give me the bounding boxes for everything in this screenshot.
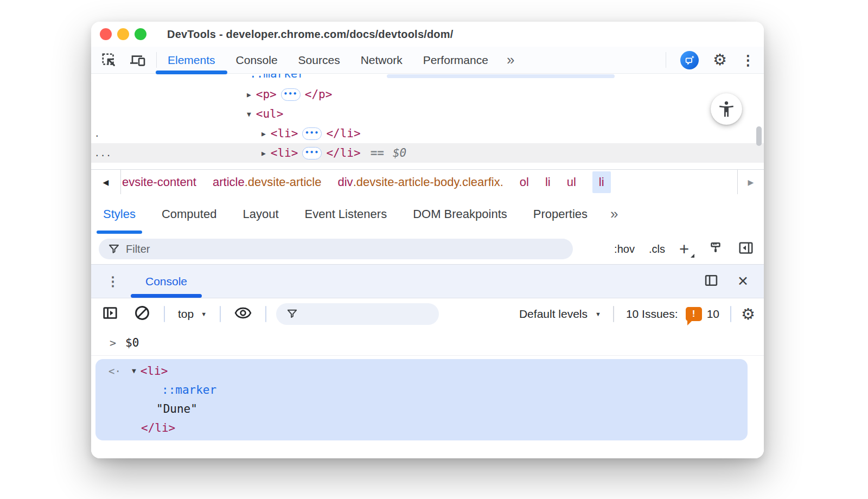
console-result-block[interactable]: <· ▼ <li> ::marker "Dune" </li> <box>95 359 748 440</box>
result-tag-close: </li> <box>141 421 175 434</box>
drawer-header-controls: ✕ <box>704 265 749 298</box>
result-expander-icon[interactable]: ▼ <box>132 367 136 375</box>
toggle-element-state-button[interactable]: :hov <box>614 243 635 255</box>
show-console-sidebar-icon[interactable] <box>102 305 118 323</box>
console-filter-input[interactable] <box>276 303 439 325</box>
breadcrumb-item-article[interactable]: article.devsite-article <box>213 175 322 189</box>
tab-console[interactable]: Console <box>236 47 278 73</box>
window-titlebar: DevTools - developer.chrome.com/docs/dev… <box>91 22 764 47</box>
more-styles-tabs-icon[interactable]: » <box>610 194 617 234</box>
device-toolbar-icon[interactable] <box>129 47 146 73</box>
expand-arrow-icon[interactable]: ▶ <box>247 91 251 99</box>
panel-left-arrow-icon-svg <box>738 240 754 256</box>
dom-row-ul[interactable]: ▼ <ul> <box>91 104 764 124</box>
window-zoom-button[interactable] <box>135 28 146 40</box>
issues-badge-count[interactable]: 10 <box>707 308 719 321</box>
toolbar-separator <box>613 306 614 322</box>
inline-ellipsis-icon[interactable]: ••• <box>302 147 322 159</box>
elements-scrollbar-thumb[interactable] <box>756 126 762 146</box>
expand-arrow-icon[interactable]: ▶ <box>261 149 266 157</box>
breadcrumb-item-ol[interactable]: ol <box>520 175 529 189</box>
breadcrumb-item-div[interactable]: div.devsite-article-body.clearfix. <box>338 175 503 189</box>
eye-icon-svg <box>234 304 252 322</box>
context-caret-icon: ▼ <box>201 311 207 317</box>
tab-properties[interactable]: Properties <box>533 194 588 234</box>
inline-ellipsis-icon[interactable]: ••• <box>302 127 322 140</box>
brush-icon-svg <box>707 240 724 256</box>
drawer-menu-kebab-icon[interactable]: ⋮ <box>106 265 119 298</box>
tab-elements[interactable]: Elements <box>168 47 215 73</box>
inspect-element-icon[interactable] <box>101 47 117 73</box>
toolbar-separator <box>666 52 666 68</box>
tab-layout[interactable]: Layout <box>242 194 278 234</box>
crumb-tag: ul <box>567 175 576 189</box>
clipped-gutter-text: . <box>94 129 100 139</box>
tab-performance[interactable]: Performance <box>423 47 488 73</box>
javascript-context-selector[interactable]: top <box>178 308 194 321</box>
result-line-open: <· ▼ <li> <box>95 361 748 380</box>
drawer-tab-console[interactable]: Console <box>145 265 187 298</box>
clear-console-icon[interactable] <box>133 304 151 324</box>
element-classes-button[interactable]: .cls <box>649 243 665 255</box>
inline-ellipsis-icon[interactable]: ••• <box>281 88 301 101</box>
main-tab-strip: Elements Console Sources Network Perform… <box>168 47 488 73</box>
tag-close: </li> <box>326 146 360 159</box>
levels-caret-icon: ▼ <box>595 311 601 317</box>
more-tabs-icon[interactable]: » <box>507 47 513 73</box>
new-style-rule-button[interactable]: + <box>679 241 693 258</box>
window-minimize-button[interactable] <box>117 28 129 40</box>
breadcrumb-forward-icon[interactable]: ▶ <box>737 170 764 195</box>
result-line-text: "Dune" <box>95 399 748 418</box>
console-command-text: $0 <box>125 336 139 349</box>
breadcrumb-back-icon[interactable]: ◀ <box>91 170 121 195</box>
result-line-marker: ::marker <box>95 380 748 399</box>
dom-row-li-1[interactable]: . ▶ <li> ••• </li> <box>91 124 764 143</box>
live-expression-eye-icon[interactable] <box>234 304 252 324</box>
collapse-arrow-icon[interactable]: ▼ <box>247 110 251 118</box>
window-close-button[interactable] <box>100 28 112 40</box>
expand-arrow-icon[interactable]: ▶ <box>261 130 266 138</box>
dom-row-p[interactable]: ▶ <p> ••• </p> <box>91 85 764 104</box>
crumb-tag: ol <box>520 175 529 189</box>
tab-event-listeners[interactable]: Event Listeners <box>305 194 387 234</box>
result-tag-open: <li> <box>141 364 168 378</box>
tab-sources[interactable]: Sources <box>298 47 340 73</box>
crumb-tag: li <box>599 175 604 189</box>
close-drawer-icon[interactable]: ✕ <box>737 274 749 288</box>
main-menu-kebab-icon[interactable]: ⋮ <box>741 53 755 67</box>
breadcrumb-item-li-selected[interactable]: li <box>592 171 611 193</box>
styles-tabs-row: Styles Computed Layout Event Listeners D… <box>103 194 588 234</box>
styles-sidebar-tab-strip: Styles Computed Layout Event Listeners D… <box>91 194 764 234</box>
styles-filter-input[interactable] <box>99 239 573 259</box>
tag-close: </p> <box>305 88 333 101</box>
block-icon-svg <box>133 304 151 322</box>
rendering-brush-icon[interactable] <box>707 240 724 258</box>
console-settings-gear-icon[interactable]: ⚙ <box>741 306 755 322</box>
toggle-sidebar-panel-icon[interactable] <box>738 240 754 258</box>
log-levels-selector[interactable]: Default levels <box>519 308 588 321</box>
issues-badge-icon[interactable]: ! <box>686 307 702 321</box>
tab-computed[interactable]: Computed <box>162 194 217 234</box>
issues-count-label[interactable]: 10 Issues: <box>626 308 678 321</box>
breadcrumb-item-devsite-content[interactable]: evsite-content <box>122 175 196 189</box>
toolbar-right-cluster: ⚙ ⋮ <box>666 47 755 73</box>
split-panel-icon[interactable] <box>704 273 719 290</box>
dom-row-li-selected[interactable]: ... ▶ <li> ••• </li> == $0 <box>91 143 764 163</box>
console-prompt-chevron: > <box>110 336 116 349</box>
crumb-tag: article <box>213 175 245 189</box>
split-panel-icon-svg <box>704 273 719 288</box>
tab-dom-breakpoints[interactable]: DOM Breakpoints <box>413 194 507 234</box>
inspect-element-icon-svg <box>101 52 117 68</box>
toolbar-separator <box>220 306 221 322</box>
tab-network[interactable]: Network <box>361 47 403 73</box>
console-command-echo[interactable]: > $0 <box>91 330 764 356</box>
settings-gear-icon[interactable]: ⚙ <box>713 52 727 68</box>
breadcrumb-item-ul[interactable]: ul <box>567 175 576 189</box>
device-toolbar-icon-svg <box>129 52 146 69</box>
tab-styles[interactable]: Styles <box>103 194 136 234</box>
breadcrumb-item-li[interactable]: li <box>545 175 551 189</box>
ai-assistance-icon[interactable] <box>680 51 699 69</box>
result-pseudo-marker: ::marker <box>162 383 216 396</box>
accessibility-overlay-button[interactable] <box>711 93 742 125</box>
dom-node-marker-clipped[interactable]: ::marker <box>250 73 304 80</box>
